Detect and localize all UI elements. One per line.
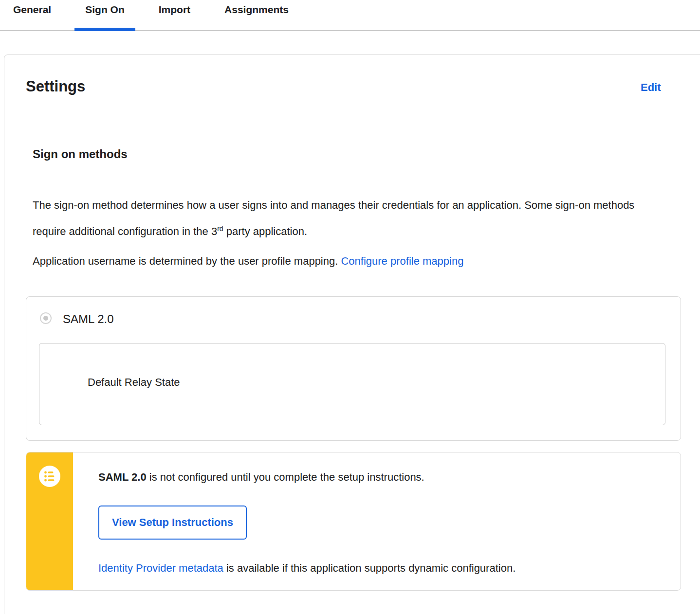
configure-profile-mapping-link[interactable]: Configure profile mapping	[341, 255, 463, 267]
description-text: The sign-on method determines how a user…	[33, 199, 634, 237]
tab-import[interactable]: Import	[148, 0, 201, 30]
warning-message-bold: SAML 2.0	[98, 471, 147, 483]
saml-radio[interactable]	[40, 312, 52, 324]
tab-sign-on[interactable]: Sign On	[74, 0, 135, 30]
metadata-line: Identity Provider metadata is available …	[98, 561, 516, 576]
saml-settings-box: Default Relay State	[39, 343, 665, 425]
saml-option-box: SAML 2.0 Default Relay State	[26, 296, 681, 441]
description-text-tail: party application.	[223, 225, 307, 237]
username-mapping-line: Application username is determined by th…	[33, 254, 463, 268]
identity-provider-metadata-link[interactable]: Identity Provider metadata	[98, 562, 223, 574]
ordinal-superscript: rd	[217, 225, 223, 233]
sign-on-methods-heading: Sign on methods	[33, 147, 128, 161]
view-setup-instructions-button[interactable]: View Setup Instructions	[98, 506, 247, 540]
settings-card: Settings Edit Sign on methods The sign-o…	[4, 54, 700, 614]
sign-on-methods-description: The sign-on method determines how a user…	[33, 193, 636, 243]
saml-option-label: SAML 2.0	[63, 312, 114, 326]
tab-assignments[interactable]: Assignments	[214, 0, 299, 30]
warning-message: SAML 2.0 is not configured until you com…	[98, 470, 424, 485]
saml-warning-banner: SAML 2.0 is not configured until you com…	[26, 452, 681, 591]
radio-dot-icon	[43, 316, 48, 321]
warning-message-text: is not configured until you complete the…	[147, 471, 424, 483]
page-title: Settings	[26, 77, 85, 96]
metadata-text: is available if this application support…	[223, 562, 516, 574]
app-tabs: General Sign On Import Assignments	[0, 0, 700, 31]
list-icon	[39, 466, 60, 487]
username-mapping-text: Application username is determined by th…	[33, 255, 341, 267]
warning-strip	[26, 452, 73, 590]
edit-link[interactable]: Edit	[641, 81, 661, 94]
default-relay-state-label: Default Relay State	[88, 376, 180, 389]
tab-general[interactable]: General	[2, 0, 62, 30]
